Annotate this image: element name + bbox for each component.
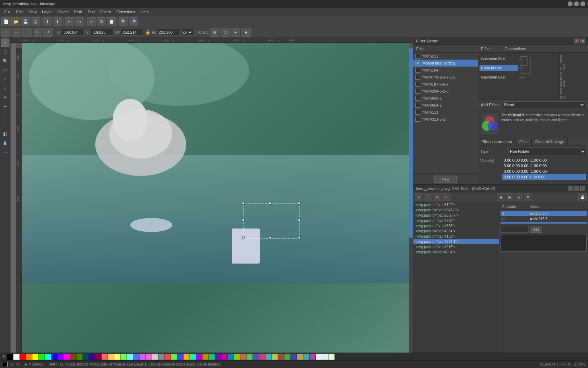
swatch-13[interactable] xyxy=(89,354,95,360)
lock-icon[interactable]: 🔒 xyxy=(145,30,150,35)
swatch-18[interactable] xyxy=(120,354,127,360)
swatch-48[interactable] xyxy=(309,354,316,360)
select-tool-btn[interactable]: ↖ xyxy=(1,28,10,37)
conn-label-bg-alpha[interactable]: Background Alpha xyxy=(559,71,588,88)
rect-tool[interactable]: ▭ xyxy=(1,66,9,74)
swatch-40[interactable] xyxy=(259,354,265,360)
filter-item-7[interactable]: filter6654-7 xyxy=(413,102,478,109)
import-btn[interactable]: ⬆ xyxy=(43,17,52,26)
xml-tree-path4181[interactable]: <svg:path id="path4181"> xyxy=(413,234,499,239)
canvas-viewport[interactable] xyxy=(22,43,409,364)
filter-check-6[interactable] xyxy=(415,96,420,101)
filter-item-9[interactable]: filter4311-5-1 xyxy=(413,116,478,123)
xml-attr-row-id[interactable]: id path4916.5 xyxy=(500,216,587,222)
filter-item-8[interactable]: filter6111 xyxy=(413,109,478,116)
paste-btn[interactable]: 📋 xyxy=(107,17,116,26)
close-button[interactable] xyxy=(580,1,585,6)
palette-remove-color[interactable]: ✕ xyxy=(0,354,7,359)
swatch-15[interactable] xyxy=(102,354,108,360)
layer-info[interactable]: ▶ ✎ Layer 1 xyxy=(25,362,44,366)
xml-attr-row-d[interactable]: d m 1100.280 xyxy=(500,211,587,216)
affect-btn1[interactable]: ▣ xyxy=(210,28,219,37)
xml-tree-path4964[interactable]: <svg:path id="path4964"> xyxy=(413,229,499,234)
swatch-26[interactable] xyxy=(171,354,177,360)
xml-tree-path4916[interactable]: <svg:path id="path4916"> xyxy=(413,244,499,250)
xml-editor-btn2[interactable]: ○ xyxy=(574,186,579,191)
redo-btn[interactable]: ↪ xyxy=(75,17,84,26)
swatch-3[interactable] xyxy=(26,354,32,360)
swatch-19[interactable] xyxy=(127,354,133,360)
xml-btn-save[interactable]: 💾 xyxy=(578,193,587,201)
xml-btn-duplicate[interactable]: ⧉ xyxy=(433,193,441,201)
swatch-0[interactable] xyxy=(7,354,13,360)
swatch-22[interactable] xyxy=(146,354,152,360)
swatch-51[interactable] xyxy=(328,354,335,360)
swatch-24[interactable] xyxy=(158,354,164,360)
xml-tree-path2847[interactable]: <svg:path id="path2847-0"> xyxy=(413,207,499,213)
xml-tree-path4964-1[interactable]: <svg:path id="path4964-1"> xyxy=(413,239,499,244)
minimize-button[interactable] xyxy=(568,1,573,6)
calligraphy-tool[interactable]: ∫ xyxy=(1,111,9,120)
swatch-43[interactable] xyxy=(278,354,284,360)
xml-value-textarea[interactable] xyxy=(500,234,587,252)
menu-edit[interactable]: Edit xyxy=(13,9,26,15)
swatch-8[interactable] xyxy=(57,354,64,360)
filter-new-button[interactable]: New xyxy=(434,176,457,183)
swatch-12[interactable] xyxy=(83,354,89,360)
swatch-23[interactable] xyxy=(152,354,158,360)
filter-check-8[interactable] xyxy=(415,110,420,115)
flip-h-btn[interactable]: ↔ xyxy=(12,28,21,37)
xml-tree-path4954[interactable]: <svg:path id="path4954"> xyxy=(413,250,499,255)
swatch-14[interactable] xyxy=(95,354,102,360)
swatch-42[interactable] xyxy=(272,354,278,360)
xml-tree-path4868[interactable]: <svg:path id="path4868"> xyxy=(413,223,499,229)
filter-item-0[interactable]: filter5212 xyxy=(413,53,478,60)
maximize-button[interactable] xyxy=(574,1,579,6)
effect-connections[interactable]: Gaussian Blur ◁ Color Matrix ◁ Gaussian … xyxy=(478,53,588,99)
swatch-27[interactable] xyxy=(177,354,183,360)
xml-tree-path6122[interactable]: <svg:path id="path6122"> xyxy=(413,202,499,207)
filter-check-5[interactable] xyxy=(415,89,420,94)
swatch-11[interactable] xyxy=(76,354,83,360)
menu-extensions[interactable]: Extensions xyxy=(113,9,138,15)
swatch-41[interactable] xyxy=(265,354,272,360)
copy-btn[interactable]: ⧉ xyxy=(97,17,106,26)
swatch-16[interactable] xyxy=(108,354,114,360)
new-btn[interactable]: 📄 xyxy=(1,17,10,26)
cut-btn[interactable]: ✂ xyxy=(87,17,96,26)
filter-check-3[interactable] xyxy=(415,75,420,80)
swatch-44[interactable] xyxy=(284,354,290,360)
eyedropper-tool[interactable]: 💧 xyxy=(1,139,9,147)
swatch-33[interactable] xyxy=(215,354,221,360)
conn-label-bg-image[interactable]: Background Image xyxy=(559,88,588,99)
xml-btn-child[interactable]: ▼ xyxy=(524,193,532,201)
value-row-2[interactable]: 0.00 0.00 0.00 -1.00 0.00 xyxy=(502,169,586,174)
xml-tree-path2836[interactable]: <svg:path id="path2836-7"> xyxy=(413,213,499,218)
xml-editor-btn3[interactable]: ○ xyxy=(580,186,585,191)
connector-tool[interactable]: ⇢ xyxy=(1,148,9,156)
conn-label-gaussian1[interactable]: Gaussian Blur xyxy=(479,56,518,62)
open-btn[interactable]: 📂 xyxy=(11,17,20,26)
xml-key-input[interactable] xyxy=(500,226,528,233)
canvas-vscrollbar[interactable] xyxy=(409,48,413,364)
filter-check-0[interactable] xyxy=(415,54,420,59)
unit-select[interactable]: px xyxy=(181,29,193,36)
swatch-31[interactable] xyxy=(202,354,209,360)
swatch-7[interactable] xyxy=(51,354,57,360)
swatch-1[interactable] xyxy=(13,354,20,360)
xml-tree[interactable]: <svg:path id="path6122"> <svg:path id="p… xyxy=(413,202,499,368)
xml-tree-path4850[interactable]: <svg:path id="path4850"> xyxy=(413,218,499,223)
swatch-6[interactable] xyxy=(45,354,51,360)
swatch-49[interactable] xyxy=(316,354,322,360)
filter-check-2[interactable] xyxy=(415,68,420,73)
select-tool[interactable]: ↖ xyxy=(1,39,9,47)
filter-item-2[interactable]: filter5104 xyxy=(413,67,478,74)
swatch-9[interactable] xyxy=(64,354,70,360)
tab-general-settings[interactable]: General Settings xyxy=(532,138,568,145)
zoom-tool[interactable]: 🔍 xyxy=(1,57,9,65)
swatch-36[interactable] xyxy=(234,354,240,360)
pen-tool[interactable]: ✒ xyxy=(1,102,9,111)
filter-item-4[interactable]: filter4187-6-6-7 xyxy=(413,81,478,88)
rotate-cw-btn[interactable]: ↻ xyxy=(33,28,42,37)
value-row-0[interactable]: 0.00 0.00 0.00 -1.00 0.00 xyxy=(502,157,586,163)
